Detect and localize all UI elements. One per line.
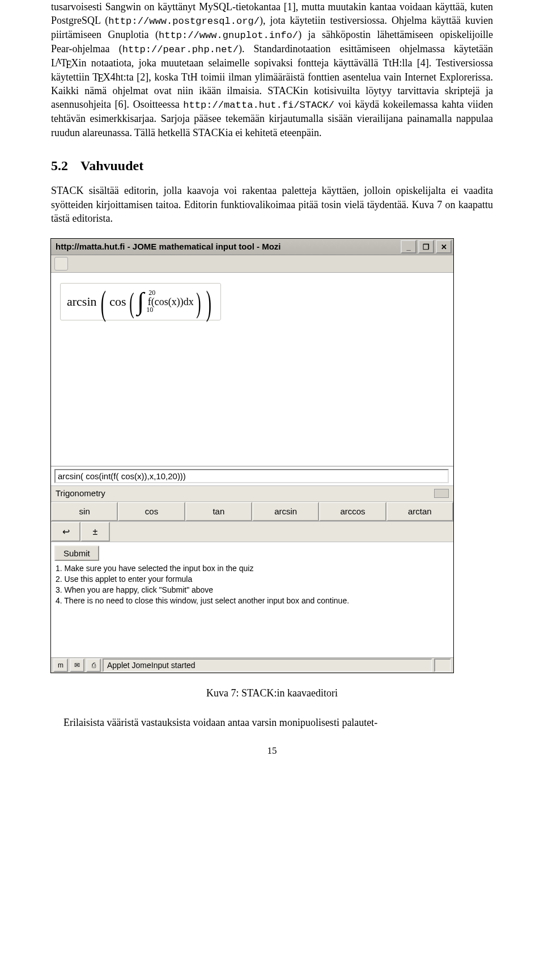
submit-row: Submit — [51, 542, 453, 562]
function-button-row: sin cos tan arcsin arccos arctan — [51, 501, 453, 521]
math-preview-area: arcsin ( cos ( 20 ∫ 10 f(cos(x))dx ) ) — [51, 273, 453, 466]
submit-button[interactable]: Submit — [54, 546, 99, 561]
section-heading: 5.2Vahvuudet — [51, 157, 493, 175]
statusbar: m ✉ ⎙ Applet JomeInput started — [51, 657, 453, 673]
formula-input-row — [51, 466, 453, 485]
restore-icon[interactable]: ❐ — [418, 240, 434, 254]
status-text: Applet JomeInput started — [103, 658, 432, 672]
fn-sin-button[interactable]: sin — [51, 502, 118, 521]
fn-tan-button[interactable]: tan — [185, 502, 252, 521]
enter-symbol-button[interactable]: ↩ — [51, 522, 80, 542]
instruction-2: 2. Use this applet to enter your formula — [56, 574, 449, 585]
window-title: http://matta.hut.fi - JOME mathematical … — [51, 241, 286, 252]
figure-caption: Kuva 7: STACK:in kaavaeditori — [51, 686, 493, 700]
math-display-box: arcsin ( cos ( 20 ∫ 10 f(cos(x))dx ) ) — [60, 283, 221, 320]
plusminus-symbol-button[interactable]: ± — [80, 522, 110, 542]
page-number: 15 — [51, 745, 493, 758]
fn-arcsin-button[interactable]: arcsin — [252, 502, 319, 521]
url-gnuplot: http://www.gnuplot.info/ — [159, 30, 298, 41]
instruction-3: 3. When you are happy, click "Submit" ab… — [56, 585, 449, 595]
tex4ht-logo: TEX4ht — [92, 71, 123, 83]
instructions: 1. Make sure you have selected the input… — [51, 562, 453, 657]
minimize-icon[interactable]: _ — [401, 240, 416, 254]
section-title: Vahvuudet — [80, 158, 143, 173]
instruction-4: 4. There is no need to close this window… — [56, 595, 449, 606]
url-stack: http://matta.hut.fi/STACK/ — [183, 100, 334, 111]
status-grip-icon — [434, 658, 451, 672]
body-paragraph-3: Erilaisista vääristä vastauksista voidaa… — [51, 716, 493, 729]
dropdown-arrow-icon[interactable] — [434, 489, 449, 498]
body-paragraph-2: STACK sisältää editorin, jolla kaavoja v… — [51, 184, 493, 225]
toolbar-icon[interactable] — [54, 257, 68, 271]
figure-7: http://matta.hut.fi - JOME mathematical … — [51, 239, 493, 673]
fn-arccos-button[interactable]: arccos — [319, 502, 386, 521]
fn-arctan-button[interactable]: arctan — [386, 502, 453, 521]
browser-window: http://matta.hut.fi - JOME mathematical … — [51, 239, 453, 673]
symbol-button-row: ↩ ± — [51, 521, 453, 542]
close-icon[interactable]: ✕ — [436, 240, 452, 254]
status-icon-2[interactable]: ✉ — [70, 658, 84, 672]
dropdown-label: Trigonometry — [56, 488, 105, 499]
instruction-1: 1. Make sure you have selected the input… — [56, 563, 449, 574]
body-paragraph-1: tusarvoisesti Sangwin on käyttänyt MySQL… — [51, 0, 493, 140]
fn-cos-button[interactable]: cos — [118, 502, 185, 521]
url-pear: http://pear.php.net/ — [122, 44, 239, 55]
latex-logo: LATEX — [51, 57, 79, 69]
toolbar — [51, 255, 453, 273]
titlebar: http://matta.hut.fi - JOME mathematical … — [51, 239, 453, 255]
formula-input[interactable] — [54, 469, 449, 483]
url-postgres: http://www.postgresql.org/ — [108, 16, 260, 27]
status-icon-3[interactable]: ⎙ — [86, 658, 101, 672]
category-dropdown[interactable]: Trigonometry — [51, 485, 453, 501]
section-number: 5.2 — [51, 158, 68, 173]
status-icon-1[interactable]: m — [53, 658, 68, 672]
